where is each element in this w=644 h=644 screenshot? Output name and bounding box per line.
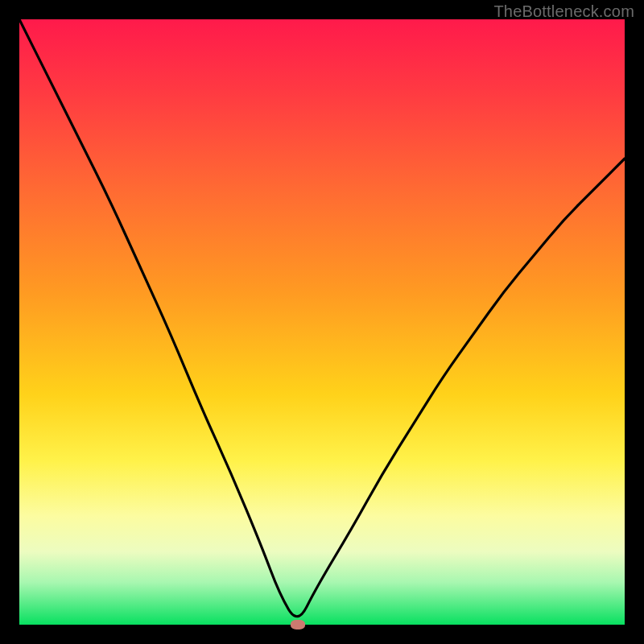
bottleneck-curve bbox=[19, 19, 625, 625]
plot-area bbox=[19, 19, 625, 625]
minimum-marker bbox=[291, 620, 305, 630]
chart-frame: TheBottleneck.com bbox=[0, 0, 644, 644]
curve-path bbox=[19, 19, 625, 617]
watermark-text: TheBottleneck.com bbox=[493, 2, 634, 21]
